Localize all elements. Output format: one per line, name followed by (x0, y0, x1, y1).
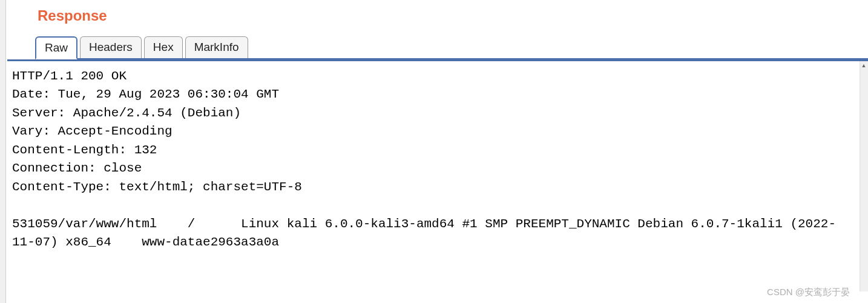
tab-markinfo[interactable]: MarkInfo (185, 36, 248, 58)
response-panel: Response Raw Headers Hex MarkInfo HTTP/1… (0, 0, 868, 303)
tab-raw[interactable]: Raw (35, 36, 77, 59)
left-gutter (0, 0, 6, 303)
watermark-text: CSDN @安鸾彭于晏 (767, 287, 850, 298)
tab-bar: Raw Headers Hex MarkInfo (35, 36, 868, 59)
content-area: HTTP/1.1 200 OK Date: Tue, 29 Aug 2023 0… (7, 59, 868, 291)
scrollbar-up-icon[interactable]: ▲ (860, 61, 868, 70)
tab-headers[interactable]: Headers (80, 36, 142, 58)
panel-title: Response (38, 7, 868, 24)
scrollbar-track[interactable]: ▲ (860, 61, 868, 291)
tab-hex[interactable]: Hex (144, 36, 183, 58)
response-raw-text[interactable]: HTTP/1.1 200 OK Date: Tue, 29 Aug 2023 0… (7, 61, 868, 291)
